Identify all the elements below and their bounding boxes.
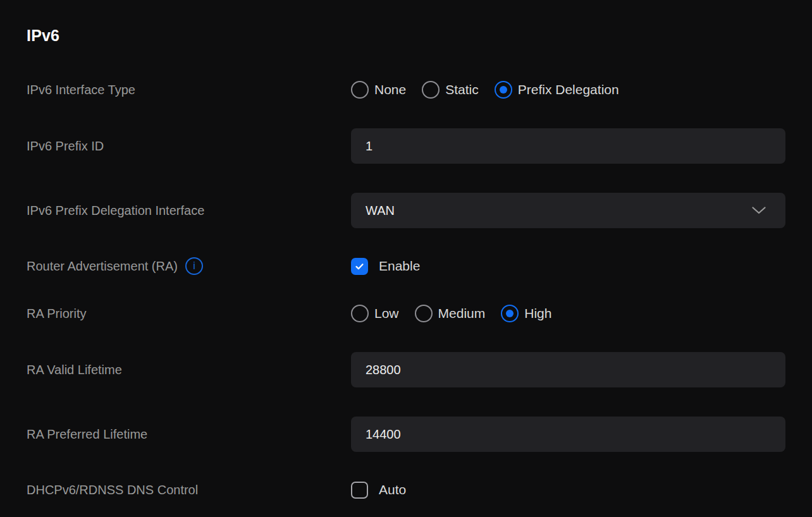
field-label: Router Advertisement (RA) xyxy=(27,257,178,275)
radio-selected-icon xyxy=(495,81,512,99)
auto-checkbox[interactable]: Auto xyxy=(351,481,785,499)
radio-label: Static xyxy=(445,82,479,97)
radio-group-ipv6-interface-type: None Static Prefix Delegation xyxy=(351,80,785,99)
checkbox-label: Enable xyxy=(379,258,420,274)
field-label: IPv6 Interface Type xyxy=(27,81,351,99)
radio-group-ra-priority: Low Medium High xyxy=(351,304,785,323)
ra-preferred-lifetime-input[interactable] xyxy=(351,417,785,452)
radio-label: Prefix Delegation xyxy=(518,82,619,97)
prefix-delegation-interface-select[interactable]: WAN xyxy=(351,193,785,228)
select-value: WAN xyxy=(366,204,395,218)
radio-option-none[interactable]: None xyxy=(351,81,406,99)
radio-icon xyxy=(351,81,369,99)
radio-icon xyxy=(351,305,369,322)
radio-label: None xyxy=(374,82,406,97)
form-row-ra-preferred-lifetime: RA Preferred Lifetime xyxy=(27,417,785,452)
field-label: IPv6 Prefix Delegation Interface xyxy=(27,202,351,219)
chevron-down-icon xyxy=(752,207,766,214)
radio-label: High xyxy=(524,306,551,321)
radio-icon xyxy=(415,305,433,322)
radio-option-medium[interactable]: Medium xyxy=(415,305,486,322)
radio-label: Low xyxy=(374,306,399,321)
radio-label: Medium xyxy=(438,306,486,321)
field-label: IPv6 Prefix ID xyxy=(27,137,351,155)
form-row-prefix-delegation-interface: IPv6 Prefix Delegation Interface WAN xyxy=(27,193,785,228)
radio-selected-icon xyxy=(501,305,519,322)
form-row-dhcpv6-rdnss-dns-control: DHCPv6/RDNSS DNS Control Auto xyxy=(27,481,785,499)
radio-option-high[interactable]: High xyxy=(501,305,551,322)
field-label: RA Priority xyxy=(27,305,351,322)
field-label: DHCPv6/RDNSS DNS Control xyxy=(27,481,351,499)
section-title: IPv6 xyxy=(27,19,785,45)
checkbox-unchecked-icon xyxy=(351,482,368,499)
radio-option-low[interactable]: Low xyxy=(351,305,399,322)
form-row-ra-priority: RA Priority Low Medium High xyxy=(27,304,785,323)
radio-option-static[interactable]: Static xyxy=(422,81,479,99)
checkbox-checked-icon xyxy=(351,258,368,275)
ipv6-prefix-id-input[interactable] xyxy=(351,128,785,164)
form-row-ipv6-interface-type: IPv6 Interface Type None Static Prefix D… xyxy=(27,80,785,99)
ra-valid-lifetime-input[interactable] xyxy=(351,352,785,387)
form-row-ra-valid-lifetime: RA Valid Lifetime xyxy=(27,352,785,387)
form-row-router-advertisement: Router Advertisement (RA) i Enable xyxy=(27,257,785,275)
radio-icon xyxy=(422,81,440,99)
enable-checkbox[interactable]: Enable xyxy=(351,257,785,275)
ipv6-settings-section: IPv6 IPv6 Interface Type None Static Pre… xyxy=(0,0,812,499)
checkbox-label: Auto xyxy=(379,482,406,497)
info-icon[interactable]: i xyxy=(185,257,203,275)
form-row-ipv6-prefix-id: IPv6 Prefix ID xyxy=(27,128,785,164)
field-label: RA Preferred Lifetime xyxy=(27,425,351,443)
radio-option-prefix-delegation[interactable]: Prefix Delegation xyxy=(495,81,619,99)
field-label: RA Valid Lifetime xyxy=(27,361,351,379)
